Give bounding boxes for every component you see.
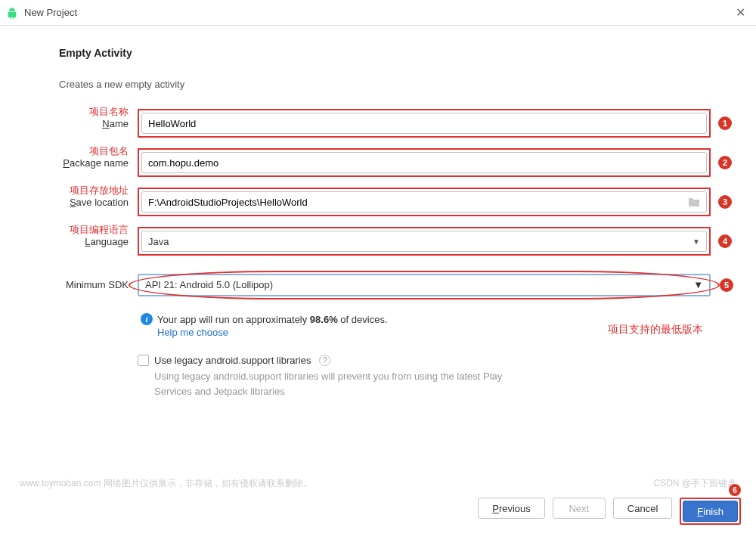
package-label: Package name	[59, 157, 129, 169]
legacy-label: Use legacy android.support libraries	[154, 355, 311, 366]
close-button[interactable]: ✕	[731, 5, 750, 20]
save-label: Save location	[59, 197, 129, 208]
window-title: New Project	[24, 7, 731, 18]
page-heading: Empty Activity	[59, 47, 711, 59]
page-description: Creates a new empty activity	[59, 79, 711, 90]
badge-1: 1	[718, 116, 732, 130]
help-icon[interactable]: ?	[319, 355, 330, 366]
chevron-down-icon: ▼	[693, 279, 703, 290]
next-button: Next	[553, 498, 606, 519]
badge-3: 3	[718, 195, 732, 209]
language-label: Language	[59, 236, 129, 247]
package-input[interactable]	[141, 152, 707, 173]
minimum-sdk-select[interactable]: API 21: Android 5.0 (Lollipop) ▼	[138, 274, 711, 296]
name-input[interactable]	[141, 113, 707, 134]
info-icon: i	[141, 313, 153, 325]
cancel-button[interactable]: Cancel	[613, 498, 672, 519]
annotation-name: 项目名称	[89, 105, 129, 119]
annotation-save: 项目存放地址	[70, 184, 129, 197]
language-select[interactable]: Java ▼	[141, 231, 707, 252]
finish-button[interactable]: Finish	[683, 501, 738, 522]
sdk-label: Minimum SDK	[59, 279, 129, 290]
android-icon	[6, 7, 18, 19]
language-value: Java	[148, 236, 169, 247]
chevron-down-icon: ▼	[692, 237, 700, 246]
window-titlebar: New Project ✕	[0, 0, 756, 26]
annotation-language: 项目编程语言	[70, 223, 129, 237]
badge-4: 4	[718, 234, 732, 248]
badge-5: 5	[720, 278, 733, 292]
badge-6: 6	[729, 484, 741, 496]
legacy-description: Using legacy android.support libraries w…	[154, 369, 532, 399]
annotation-sdk: 项目支持的最低版本	[608, 323, 703, 337]
save-location-input[interactable]	[141, 191, 707, 213]
folder-icon[interactable]	[688, 197, 700, 207]
annotation-package: 项目包名	[89, 144, 129, 158]
name-label: Name	[59, 118, 129, 129]
badge-2: 2	[718, 156, 732, 169]
watermark: www.toymoban.com 网络图片仅供展示，非存储，如有侵权请联系删除。…	[15, 477, 741, 490]
legacy-checkbox[interactable]	[138, 355, 149, 366]
previous-button[interactable]: Previous	[478, 498, 545, 519]
sdk-value: API 21: Android 5.0 (Lollipop)	[145, 279, 273, 290]
